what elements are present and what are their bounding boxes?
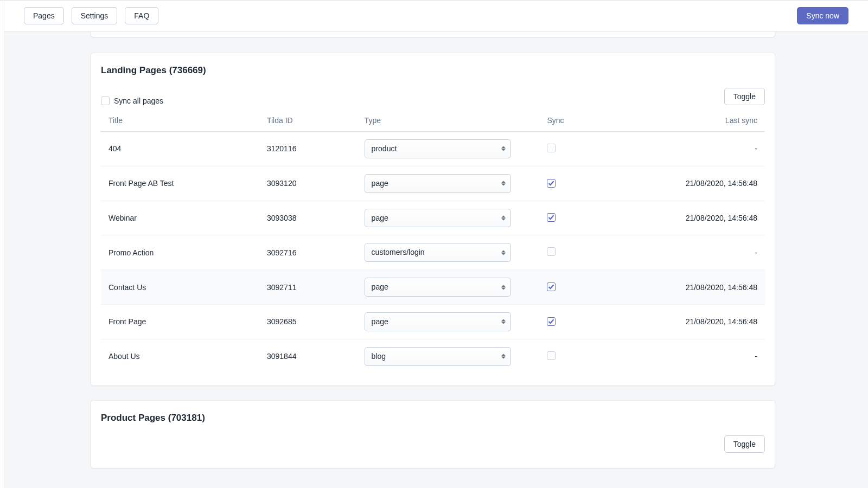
cell-title: About Us [101,339,259,373]
product-pages-card: Product Pages (703181) Toggle [91,401,775,468]
type-select[interactable]: page [365,312,511,331]
cell-type: page [357,166,540,201]
type-select[interactable]: page [365,278,511,297]
chevron-updown-icon [501,146,506,151]
topbar: Pages Settings FAQ Sync now [4,1,868,31]
chevron-updown-icon [501,354,506,359]
table-row: About Us3091844blog- [101,339,765,373]
cell-tilda-id: 3093120 [259,166,357,201]
cell-sync [539,201,607,235]
type-select[interactable]: page [365,174,511,193]
col-header-title: Title [101,110,259,132]
cell-title: Front Page AB Test [101,166,259,201]
previous-card-bottom-edge [91,31,775,37]
cell-last-sync: 21/08/2020, 14:56:48 [607,166,765,201]
cell-type: blog [357,339,540,373]
cell-title: Promo Action [101,235,259,270]
cell-last-sync: 21/08/2020, 14:56:48 [607,270,765,305]
sync-checkbox[interactable] [547,179,556,188]
product-toggle-button[interactable]: Toggle [724,435,765,453]
cell-title: Webinar [101,201,259,235]
table-row: Promo Action3092716customers/login- [101,235,765,270]
sync-all-pages-checkbox[interactable] [101,97,110,105]
cell-last-sync: - [607,339,765,373]
col-header-last-sync: Last sync [607,110,765,132]
cell-tilda-id: 3092685 [259,304,357,339]
cell-last-sync: 21/08/2020, 14:56:48 [607,304,765,339]
cell-sync [539,132,607,166]
landing-pages-title: Landing Pages (736669) [101,65,765,76]
sync-checkbox[interactable] [547,247,556,256]
cell-sync [539,339,607,373]
cell-tilda-id: 3092711 [259,270,357,305]
sync-checkbox[interactable] [547,144,556,152]
cell-last-sync: - [607,132,765,166]
cell-sync [539,304,607,339]
left-sidebar-stripe [0,1,4,488]
sync-now-button[interactable]: Sync now [797,7,848,24]
sync-checkbox[interactable] [547,282,556,291]
chevron-updown-icon [501,285,506,290]
cell-sync [539,235,607,270]
chevron-updown-icon [501,319,506,324]
landing-pages-card: Landing Pages (736669) Sync all pages To… [91,53,775,386]
cell-title: Contact Us [101,270,259,305]
cell-sync [539,270,607,305]
type-select[interactable]: product [365,139,511,158]
sync-all-pages-label: Sync all pages [114,97,163,105]
cell-last-sync: - [607,235,765,270]
cell-title: 404 [101,132,259,166]
table-row: Front Page3092685page21/08/2020, 14:56:4… [101,304,765,339]
cell-type: customers/login [357,235,540,270]
cell-tilda-id: 3091844 [259,339,357,373]
landing-pages-table: Title Tilda ID Type Sync Last sync 40431… [101,110,765,374]
cell-type: page [357,201,540,235]
cell-type: page [357,304,540,339]
settings-tab-button[interactable]: Settings [72,7,118,24]
chevron-updown-icon [501,181,506,186]
cell-type: product [357,132,540,166]
cell-tilda-id: 3092716 [259,235,357,270]
chevron-updown-icon [501,250,506,255]
cell-title: Front Page [101,304,259,339]
type-select[interactable]: customers/login [365,243,511,262]
cell-sync [539,166,607,201]
chevron-updown-icon [501,215,506,220]
type-select[interactable]: blog [365,347,511,366]
product-pages-title: Product Pages (703181) [101,413,765,423]
col-header-type: Type [357,110,540,132]
table-row: Contact Us3092711page21/08/2020, 14:56:4… [101,270,765,305]
landing-toggle-button[interactable]: Toggle [724,88,765,105]
pages-tab-button[interactable]: Pages [24,7,64,24]
table-row: Front Page AB Test3093120page21/08/2020,… [101,166,765,201]
sync-all-pages-control[interactable]: Sync all pages [101,97,163,105]
table-row: 4043120116product- [101,132,765,166]
col-header-tilda-id: Tilda ID [259,110,357,132]
table-row: Webinar3093038page21/08/2020, 14:56:48 [101,201,765,235]
cell-type: page [357,270,540,305]
sync-checkbox[interactable] [547,351,556,360]
type-select[interactable]: page [365,209,511,228]
cell-tilda-id: 3093038 [259,201,357,235]
sync-checkbox[interactable] [547,213,556,222]
cell-tilda-id: 3120116 [259,132,357,166]
col-header-sync: Sync [539,110,607,132]
faq-tab-button[interactable]: FAQ [125,7,158,24]
cell-last-sync: 21/08/2020, 14:56:48 [607,201,765,235]
sync-checkbox[interactable] [547,317,556,326]
